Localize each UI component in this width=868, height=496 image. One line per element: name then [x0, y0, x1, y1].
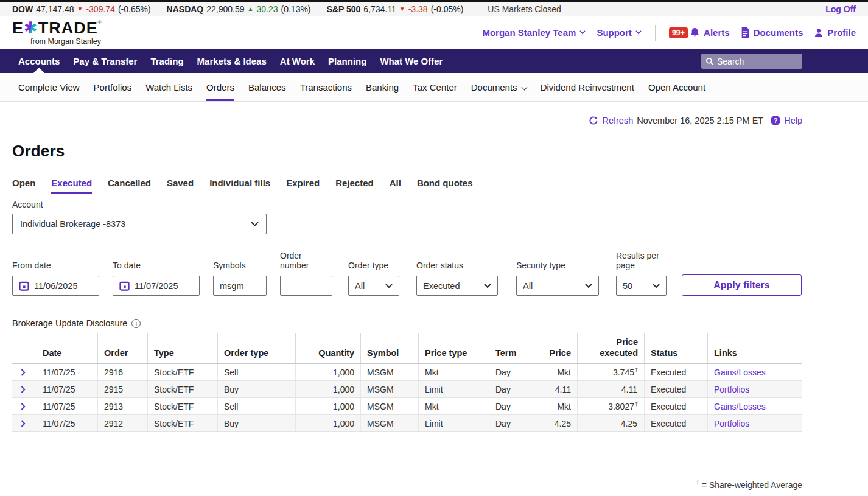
sub-nav-label: Documents [471, 82, 527, 93]
chevron-right-icon [21, 369, 26, 376]
search-input[interactable] [717, 57, 798, 66]
orders-tab[interactable]: Saved [167, 178, 194, 194]
orders-table-header: Date Order Type Order type Quantity Symb… [12, 333, 802, 364]
calendar-icon[interactable] [19, 281, 29, 291]
security-type-select[interactable]: All [516, 276, 599, 296]
order-type-value: All [355, 281, 365, 291]
chevron-right-icon [21, 403, 26, 410]
order-symbol: MSGM [360, 364, 418, 380]
log-off-link[interactable]: Log Off [825, 4, 856, 14]
orders-tab[interactable]: Cancelled [108, 178, 151, 194]
order-price-executed: 4.11 [577, 381, 644, 397]
account-label: Account [12, 200, 802, 209]
orders-tab[interactable]: Bond quotes [417, 178, 473, 194]
refresh-icon[interactable] [589, 116, 598, 125]
primary-nav-item[interactable]: At Work [273, 49, 321, 73]
ticker-item: NASDAQ 22,900.59 ▲ 30.23 (0.13%) [167, 4, 311, 14]
orders-tab[interactable]: Rejected [335, 178, 374, 194]
order-status-select[interactable]: Executed [416, 276, 498, 296]
sub-nav-item[interactable]: Complete View [18, 73, 80, 101]
orders-tab[interactable]: Executed [51, 178, 92, 194]
ticker-label: DOW [12, 4, 33, 14]
ticker-item: DOW 47,147.48 ▼ -309.74 (-0.65%) [12, 4, 151, 14]
from-date-field: From date 11/06/2025 [12, 260, 99, 296]
sub-nav-item[interactable]: Tax Center [413, 73, 457, 101]
primary-nav-item[interactable]: Accounts [12, 49, 66, 73]
sub-nav-item[interactable]: Open Account [648, 73, 705, 101]
row-expander-button[interactable] [12, 364, 37, 380]
calendar-icon[interactable] [119, 281, 130, 291]
order-date: 11/07/25 [37, 415, 97, 431]
order-type: Sell [217, 364, 295, 380]
order-link[interactable]: Portfolios [714, 385, 749, 394]
row-expander-button[interactable] [12, 415, 37, 431]
team-menu[interactable]: Morgan Stanley Team [482, 27, 586, 38]
from-date-input[interactable]: 11/06/2025 [12, 276, 99, 296]
row-expander-button[interactable] [12, 398, 37, 414]
order-type-select[interactable]: All [348, 276, 399, 296]
support-menu-label: Support [597, 27, 632, 38]
order-status-label: Order status [416, 260, 498, 270]
brokerage-disclosure: Brokerage Update Disclosure [12, 318, 802, 328]
results-per-page-select[interactable]: 50 [616, 276, 667, 296]
ticker-change: 30.23 [256, 4, 278, 14]
apply-filters-button[interactable]: Apply filters [682, 274, 802, 296]
help-link[interactable]: Help [784, 116, 802, 125]
order-link[interactable]: Portfolios [714, 419, 749, 428]
primary-nav-item[interactable]: Trading [144, 49, 190, 73]
logo-star-icon: ✱ [24, 19, 38, 37]
primary-nav-item[interactable]: What We Offer [373, 49, 449, 73]
primary-nav-label: Planning [328, 56, 366, 66]
orders-tab[interactable]: Open [12, 178, 35, 194]
column-header-date: Date [37, 333, 97, 363]
row-expander-button[interactable] [12, 381, 37, 397]
alerts-button[interactable]: 99+ Alerts [669, 27, 730, 38]
chevron-down-icon [579, 30, 586, 35]
primary-nav-item[interactable]: Markets & Ideas [191, 49, 273, 73]
order-number: 2912 [97, 415, 147, 431]
sub-nav-item[interactable]: Balances [248, 73, 286, 101]
support-menu[interactable]: Support [597, 27, 642, 38]
order-link[interactable]: Gains/Losses [714, 368, 766, 377]
ticker-value: 22,900.59 [206, 4, 244, 14]
sub-nav-item[interactable]: Orders [206, 73, 234, 101]
document-icon [741, 27, 750, 38]
ticker-direction-icon: ▼ [399, 5, 405, 12]
global-search[interactable] [701, 54, 802, 69]
order-quantity: 1,000 [295, 364, 360, 380]
sub-nav-label: Complete View [18, 82, 80, 93]
info-icon[interactable] [131, 319, 141, 328]
order-number: 2913 [97, 398, 147, 414]
results-per-page-field: Results per page 50 [616, 251, 667, 296]
sub-nav-item[interactable]: Watch Lists [145, 73, 192, 101]
primary-nav-item[interactable]: Planning [321, 49, 373, 73]
refresh-link[interactable]: Refresh [602, 116, 633, 125]
market-status: US Markets Closed [488, 4, 561, 14]
order-security-type: Stock/ETF [147, 398, 217, 414]
profile-icon [814, 28, 824, 38]
help-icon[interactable] [771, 116, 780, 125]
sub-nav-item[interactable]: Banking [366, 73, 399, 101]
main-content: Refresh November 16, 2025 2:15 PM ET Hel… [12, 114, 802, 490]
to-date-input[interactable]: 11/07/2025 [113, 276, 200, 296]
order-quantity: 1,000 [295, 381, 360, 397]
share-weighted-footnote: † = Share-weighted Average [12, 479, 802, 490]
orders-tab[interactable]: Expired [286, 178, 320, 194]
documents-button[interactable]: Documents [741, 27, 803, 38]
sub-nav-item[interactable]: Transactions [300, 73, 352, 101]
account-select[interactable]: Individual Brokerage -8373 [12, 214, 267, 234]
sub-nav-item[interactable]: Documents [471, 73, 527, 101]
chevron-down-icon [585, 284, 592, 288]
sub-nav-item[interactable]: Dividend Reinvestment [541, 73, 634, 101]
primary-nav-item[interactable]: Pay & Transfer [66, 49, 144, 73]
order-number-input[interactable] [287, 281, 326, 291]
column-header-links: Links [707, 333, 802, 363]
order-date: 11/07/25 [37, 381, 97, 397]
profile-button[interactable]: Profile [814, 27, 856, 38]
sub-nav-item[interactable]: Portfolios [94, 73, 132, 101]
symbols-input[interactable] [220, 281, 260, 291]
orders-tab-label: Saved [167, 178, 194, 188]
orders-tab[interactable]: Individual fills [209, 178, 270, 194]
orders-tab[interactable]: All [390, 178, 401, 194]
order-link[interactable]: Gains/Losses [714, 402, 766, 411]
